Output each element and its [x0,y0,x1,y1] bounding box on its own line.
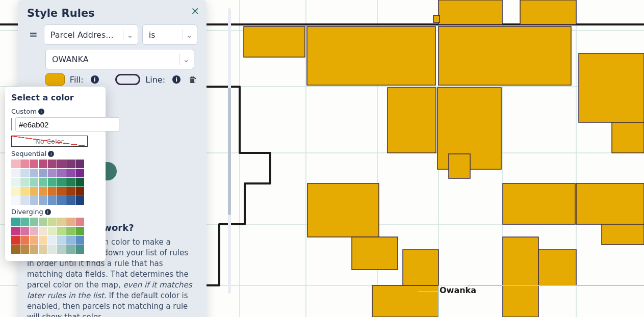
palette-swatch[interactable] [20,227,29,235]
palette-swatch[interactable] [48,160,57,168]
palette-swatch[interactable] [66,196,75,205]
palette-swatch[interactable] [57,236,66,245]
fill-color-swatch[interactable] [45,73,65,86]
line-color-swatch[interactable] [115,74,141,85]
palette-swatch[interactable] [75,218,84,226]
info-icon[interactable]: i [38,109,44,115]
no-color-button[interactable]: No Color [11,136,88,147]
palette-swatch[interactable] [39,187,47,196]
palette-swatch[interactable] [30,227,38,235]
palette-swatch[interactable] [11,196,20,205]
palette-swatch[interactable] [11,245,20,254]
info-icon[interactable]: i [172,75,181,84]
svg-rect-20 [388,88,436,153]
info-icon[interactable]: i [45,209,51,215]
palette-swatch[interactable] [57,169,66,177]
panel-scrollbar[interactable] [212,0,222,317]
palette-swatch[interactable] [20,196,29,205]
palette-swatch[interactable] [30,169,38,177]
palette-swatch[interactable] [39,160,47,168]
palette-swatch[interactable] [48,196,57,205]
diverging-label: Divergingi [11,208,99,216]
palette-swatch[interactable] [30,187,38,196]
palette-swatch[interactable] [57,227,66,235]
svg-rect-26 [307,183,379,237]
palette-swatch[interactable] [20,160,29,168]
palette-swatch[interactable] [75,236,84,245]
palette-swatch[interactable] [39,227,47,235]
palette-swatch[interactable] [30,160,38,168]
palette-swatch[interactable] [20,187,29,196]
palette-swatch[interactable] [11,187,20,196]
palette-swatch[interactable] [48,218,57,226]
palette-swatch[interactable] [48,236,57,245]
svg-rect-19 [612,122,644,153]
palette-swatch[interactable] [66,227,75,235]
trash-icon[interactable]: 🗑 [189,74,197,85]
palette-swatch[interactable] [57,218,66,226]
drag-handle-icon[interactable]: ≡ [27,29,40,41]
palette-swatch[interactable] [66,169,75,177]
palette-swatch[interactable] [39,178,47,187]
palette-swatch[interactable] [11,236,20,245]
chevron-down-icon: ⌄ [126,30,133,40]
palette-swatch[interactable] [30,196,38,205]
palette-swatch[interactable] [30,245,38,254]
palette-swatch[interactable] [57,187,66,196]
palette-swatch[interactable] [75,245,84,254]
palette-swatch[interactable] [57,196,66,205]
palette-swatch[interactable] [48,178,57,187]
svg-rect-33 [433,15,440,22]
svg-rect-30 [503,237,538,285]
palette-swatch[interactable] [48,169,57,177]
palette-swatch[interactable] [75,169,84,177]
palette-swatch[interactable] [57,245,66,254]
palette-swatch[interactable] [11,169,20,177]
palette-swatch[interactable] [39,245,47,254]
palette-swatch[interactable] [20,178,29,187]
palette-swatch[interactable] [66,245,75,254]
palette-swatch[interactable] [48,245,57,254]
palette-swatch[interactable] [75,160,84,168]
diverging-palette [11,218,99,254]
palette-swatch[interactable] [20,245,29,254]
palette-swatch[interactable] [20,218,29,226]
palette-swatch[interactable] [75,227,84,235]
rule-value-select[interactable]: OWANKA ⌄ [45,49,194,69]
palette-swatch[interactable] [66,218,75,226]
palette-swatch[interactable] [20,236,29,245]
palette-swatch[interactable] [30,178,38,187]
palette-swatch[interactable] [75,196,84,205]
custom-color-swatch[interactable] [11,118,12,130]
palette-swatch[interactable] [66,187,75,196]
palette-swatch[interactable] [30,218,38,226]
palette-swatch[interactable] [11,160,20,168]
palette-swatch[interactable] [66,236,75,245]
sequential-label: Sequentiali [11,150,99,157]
palette-swatch[interactable] [57,160,66,168]
palette-swatch[interactable] [11,227,20,235]
palette-swatch[interactable] [75,178,84,187]
picker-title: Select a color [11,93,99,102]
info-icon[interactable]: i [91,75,99,84]
palette-swatch[interactable] [75,187,84,196]
palette-swatch[interactable] [48,187,57,196]
palette-swatch[interactable] [39,169,47,177]
palette-swatch[interactable] [66,178,75,187]
palette-swatch[interactable] [39,218,47,226]
rule-field-select[interactable]: Parcel Addres... ⌄ [44,24,138,45]
palette-swatch[interactable] [57,178,66,187]
palette-swatch[interactable] [39,196,47,205]
close-icon[interactable]: ✕ [191,5,199,17]
palette-swatch[interactable] [11,218,20,226]
palette-swatch[interactable] [11,178,20,187]
info-icon[interactable]: i [48,151,54,157]
hex-input[interactable] [15,117,119,131]
palette-swatch[interactable] [48,227,57,235]
svg-rect-27 [352,237,398,270]
palette-swatch[interactable] [20,169,29,177]
palette-swatch[interactable] [66,160,75,168]
rule-operator-select[interactable]: is ⌄ [142,24,197,45]
palette-swatch[interactable] [30,236,38,245]
palette-swatch[interactable] [39,236,47,245]
